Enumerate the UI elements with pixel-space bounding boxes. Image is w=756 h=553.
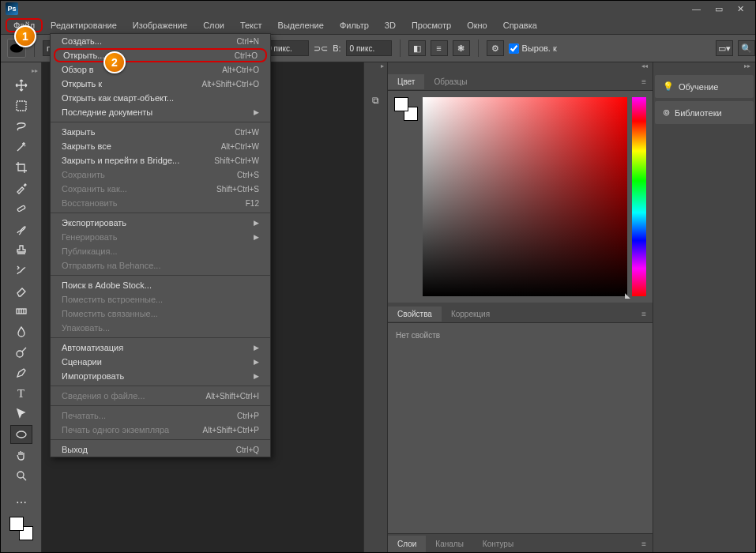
menu-item: ВосстановитьF12: [51, 196, 270, 210]
menu-item[interactable]: ВыходCtrl+Q: [51, 442, 270, 457]
color-swatches[interactable]: [9, 517, 33, 540]
height-field[interactable]: 0 пикс.: [346, 40, 392, 56]
menu-item: СохранитьCtrl+S: [51, 167, 270, 182]
tab-paths[interactable]: Контуры: [473, 536, 523, 552]
svg-point-6: [17, 472, 24, 478]
svg-rect-2: [17, 205, 25, 212]
align-icon[interactable]: ≡: [431, 40, 448, 56]
svg-point-4: [17, 351, 23, 357]
gear-icon[interactable]: ⚙: [487, 40, 504, 56]
type-tool[interactable]: T: [10, 384, 32, 403]
height-label: В:: [333, 43, 340, 53]
color-field[interactable]: ◣: [423, 97, 627, 296]
collapsed-panel-strip: ▸ ⧉: [363, 62, 387, 553]
zoom-tool[interactable]: [10, 466, 32, 485]
menu-item: Сведения о файле...Alt+Shift+Ctrl+I: [51, 389, 270, 403]
minimize-button[interactable]: —: [692, 4, 701, 14]
tab-channels[interactable]: Каналы: [426, 536, 473, 552]
menu-item[interactable]: Закрыть и перейти в Bridge...Shift+Ctrl+…: [51, 153, 270, 167]
menu-item: Сохранить как...Shift+Ctrl+S: [51, 182, 270, 196]
search-icon[interactable]: 🔍: [738, 40, 755, 56]
menu-view[interactable]: Просмотр: [404, 18, 459, 32]
menu-item: Упаковать...: [51, 321, 270, 335]
ellipse-tool[interactable]: [10, 425, 32, 444]
crop-tool[interactable]: [10, 158, 32, 177]
menu-item: Генерировать▶: [51, 230, 270, 244]
menu-item: Печатать...Ctrl+P: [51, 408, 270, 423]
eyedropper-tool[interactable]: [10, 179, 32, 198]
libraries-icon: ⊚: [663, 107, 670, 118]
more-tools-icon[interactable]: ⋯: [10, 493, 32, 512]
expand-toggle[interactable]: ▸: [364, 62, 387, 73]
menu-item[interactable]: Открыть кAlt+Shift+Ctrl+O: [51, 77, 270, 91]
brush-tool[interactable]: [10, 220, 32, 239]
arrange-icon[interactable]: ❃: [453, 40, 470, 56]
menu-image[interactable]: Изображение: [125, 18, 195, 32]
menu-item[interactable]: Автоматизация▶: [51, 340, 270, 355]
menu-item[interactable]: Последние документы▶: [51, 105, 270, 119]
right2-collapse[interactable]: ▸▸: [653, 62, 755, 73]
menu-window[interactable]: Окно: [459, 18, 495, 32]
wand-tool[interactable]: [10, 137, 32, 156]
callout-2: 2: [103, 51, 126, 73]
path-select-tool[interactable]: [10, 404, 32, 423]
marquee-tool[interactable]: [10, 96, 32, 115]
pen-tool[interactable]: [10, 363, 32, 382]
libraries-panel-button[interactable]: ⊚Библиотеки: [655, 101, 754, 124]
hand-tool[interactable]: [10, 446, 32, 465]
close-button[interactable]: ✕: [737, 4, 744, 14]
callout-1: 1: [14, 25, 36, 47]
svg-rect-1: [17, 101, 26, 111]
menu-item[interactable]: Импортировать▶: [51, 369, 270, 383]
app-icon: Ps: [6, 2, 18, 15]
menu-select[interactable]: Выделение: [270, 18, 332, 32]
history-panel-icon[interactable]: ⧉: [367, 91, 386, 110]
panel-collapse-toggle[interactable]: ◂◂: [388, 62, 653, 73]
menu-item: Поместить связанные...: [51, 307, 270, 321]
menu-help[interactable]: Справка: [495, 18, 545, 32]
tab-swatches[interactable]: Образцы: [424, 74, 476, 89]
eraser-tool[interactable]: [10, 281, 32, 300]
menu-3d[interactable]: 3D: [377, 18, 404, 32]
svg-point-5: [17, 431, 26, 438]
tab-layers[interactable]: Слои: [388, 536, 426, 552]
menu-item: Отправить на Behance...: [51, 258, 270, 273]
menu-item[interactable]: Закрыть всеAlt+Ctrl+W: [51, 139, 270, 153]
dodge-tool[interactable]: [10, 343, 32, 362]
lightbulb-icon: 💡: [663, 81, 674, 92]
menu-item[interactable]: Обзор вAlt+Ctrl+O: [51, 62, 270, 77]
pathop-icon[interactable]: ◧: [408, 40, 426, 56]
link-icon[interactable]: ⊃⊂: [314, 43, 328, 54]
tab-adjustments[interactable]: Коррекция: [442, 307, 499, 322]
stamp-tool[interactable]: [10, 240, 32, 259]
fg-bg-picker[interactable]: [394, 97, 418, 121]
menu-item[interactable]: Открыть...Ctrl+O: [54, 48, 267, 62]
menu-layers[interactable]: Слои: [195, 18, 232, 32]
lasso-tool[interactable]: [10, 117, 32, 136]
menu-edit[interactable]: Редактирование: [43, 18, 125, 32]
gradient-tool[interactable]: [10, 302, 32, 321]
tab-properties[interactable]: Свойства: [388, 307, 442, 322]
blur-tool[interactable]: [10, 322, 32, 341]
workspace-switcher[interactable]: ▭▾: [716, 40, 733, 56]
tools-panel: ▸▸ T ⋯: [1, 62, 42, 553]
hue-slider[interactable]: [632, 97, 646, 296]
move-tool[interactable]: [10, 76, 32, 95]
props-panel-menu[interactable]: ≡: [632, 307, 653, 322]
menu-item[interactable]: Создать...Ctrl+N: [51, 34, 270, 48]
menu-type[interactable]: Текст: [232, 18, 270, 32]
menu-filter[interactable]: Фильтр: [332, 18, 377, 32]
maximize-button[interactable]: ▭: [715, 4, 723, 14]
menu-item[interactable]: Открыть как смарт-объект...: [51, 91, 270, 105]
menu-item[interactable]: ЗакрытьCtrl+W: [51, 125, 270, 139]
menu-item[interactable]: Сценарии▶: [51, 355, 270, 369]
menu-item[interactable]: Поиск в Adobe Stock...: [51, 278, 270, 292]
color-panel-menu[interactable]: ≡: [632, 74, 653, 89]
menu-item[interactable]: Экспортировать▶: [51, 216, 270, 230]
learn-panel-button[interactable]: 💡Обучение: [655, 75, 754, 98]
heal-tool[interactable]: [10, 199, 32, 218]
align-edges-check[interactable]: [509, 43, 519, 54]
tab-color[interactable]: Цвет: [388, 74, 424, 89]
history-brush-tool[interactable]: [10, 261, 32, 280]
layers-panel-menu[interactable]: ≡: [632, 536, 653, 552]
